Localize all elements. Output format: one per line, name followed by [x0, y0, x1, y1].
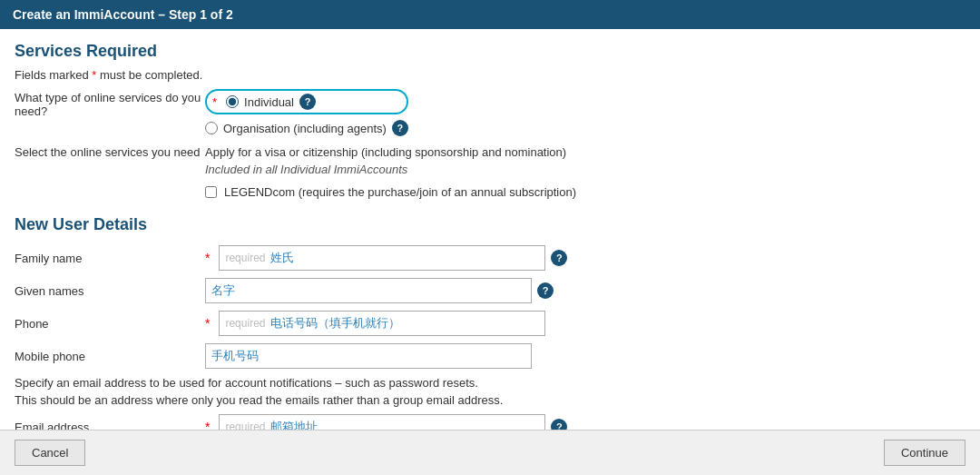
family-name-label: Family name [15, 252, 205, 265]
phone-row: Phone * required 电话号码（填手机就行） [15, 311, 965, 336]
given-names-value: 名字 [211, 282, 235, 299]
fields-note: Fields marked * must be completed. [15, 68, 965, 82]
organisation-help-icon[interactable]: ? [392, 120, 408, 136]
mobile-phone-input[interactable]: 手机号码 [205, 343, 532, 369]
individual-help-icon[interactable]: ? [299, 94, 316, 110]
services-select-label: Select the online services you need [15, 145, 205, 159]
new-user-details-title: New User Details [15, 215, 965, 234]
organisation-option[interactable]: Organisation (including agents) ? [205, 120, 408, 136]
visa-text: Apply for a visa or citizenship (includi… [205, 145, 576, 159]
phone-input[interactable]: required 电话号码（填手机就行） [219, 311, 545, 336]
email-note-2: This should be an address where only you… [15, 393, 965, 407]
organisation-radio[interactable] [205, 122, 218, 134]
mobile-phone-field-wrapper: 手机号码 [205, 343, 532, 369]
phone-value: 电话号码（填手机就行） [270, 315, 400, 332]
given-names-help-icon[interactable]: ? [537, 282, 554, 299]
mobile-phone-row: Mobile phone 手机号码 [15, 343, 965, 369]
given-names-label: Given names [15, 284, 205, 298]
legend-checkbox[interactable] [205, 186, 217, 198]
organisation-label: Organisation (including agents) [223, 122, 387, 135]
cancel-button[interactable]: Cancel [15, 440, 85, 466]
family-name-field-wrapper: * required 姓氏 ? [205, 245, 567, 271]
phone-label: Phone [15, 317, 205, 331]
phone-field-wrapper: * required 电话号码（填手机就行） [205, 311, 545, 336]
given-names-row: Given names 名字 ? [15, 278, 965, 303]
family-name-input[interactable]: required 姓氏 [219, 245, 545, 271]
header-title: Create an ImmiAccount – Step 1 of 2 [13, 7, 233, 22]
included-text: Included in all Individual ImmiAccounts [205, 163, 576, 176]
service-type-options: * Individual ? Organisation (including a… [205, 89, 408, 136]
family-name-value: 姓氏 [270, 250, 294, 266]
phone-req-text: required [225, 317, 265, 330]
given-names-input[interactable]: 名字 [205, 278, 532, 303]
family-name-help-icon[interactable]: ? [551, 250, 567, 266]
email-note-1: Specify an email address to be used for … [15, 376, 965, 390]
phone-required-star: * [205, 316, 210, 331]
family-name-required-star: * [205, 251, 210, 265]
continue-button[interactable]: Continue [884, 440, 965, 466]
given-names-field-wrapper: 名字 ? [205, 278, 554, 303]
individual-label: Individual [244, 95, 294, 109]
header-bar: Create an ImmiAccount – Step 1 of 2 [0, 0, 980, 29]
service-type-label: What type of online services do you need… [15, 89, 205, 118]
required-asterisk: * [92, 68, 100, 82]
footer-bar: Cancel Continue [0, 430, 980, 475]
mobile-phone-label: Mobile phone [15, 350, 205, 363]
legend-option[interactable]: LEGENDcom (requires the purchase/join of… [205, 185, 576, 199]
family-name-row: Family name * required 姓氏 ? [15, 245, 965, 271]
service-type-row: What type of online services do you need… [15, 89, 965, 136]
legend-label: LEGENDcom (requires the purchase/join of… [224, 185, 576, 199]
mobile-phone-value: 手机号码 [211, 348, 259, 364]
services-select-content: Apply for a visa or citizenship (includi… [205, 145, 576, 199]
individual-radio[interactable] [226, 95, 239, 108]
services-required-title: Services Required [15, 42, 965, 61]
family-name-req-text: required [225, 252, 265, 264]
services-select-row: Select the online services you need Appl… [15, 145, 965, 199]
individual-option[interactable]: * Individual ? [205, 89, 408, 114]
